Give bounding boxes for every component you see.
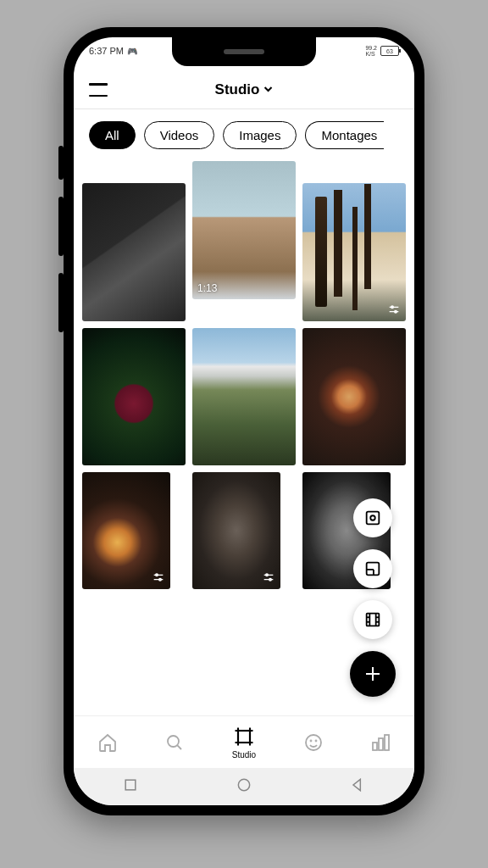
- fab-film[interactable]: [353, 600, 392, 639]
- filter-montages[interactable]: Montages: [305, 121, 384, 149]
- net-speed: 99.2: [365, 45, 377, 51]
- filter-images[interactable]: Images: [223, 121, 297, 149]
- system-nav: [74, 768, 414, 805]
- svg-rect-41: [379, 738, 383, 750]
- chevron-down-icon: [263, 84, 273, 97]
- svg-rect-21: [367, 614, 380, 626]
- edit-icon: [262, 570, 275, 584]
- video-duration: 1:13: [197, 282, 217, 294]
- controller-icon: 🎮: [127, 47, 137, 56]
- sys-back[interactable]: [349, 776, 366, 797]
- media-item[interactable]: [192, 472, 280, 589]
- svg-point-13: [265, 574, 268, 576]
- menu-icon[interactable]: [89, 83, 108, 97]
- svg-point-37: [306, 735, 321, 750]
- nav-studio-label: Studio: [232, 750, 256, 760]
- edit-icon: [387, 303, 401, 316]
- app-content: Studio All Videos Images Montages 1:13: [74, 71, 414, 805]
- fab-add[interactable]: [350, 651, 396, 697]
- svg-rect-40: [373, 743, 377, 750]
- sys-home[interactable]: [236, 776, 252, 797]
- nav-home[interactable]: [97, 732, 118, 753]
- svg-rect-32: [238, 731, 250, 743]
- net-unit: K/S: [365, 51, 377, 57]
- filter-all[interactable]: All: [89, 121, 136, 149]
- media-item[interactable]: [82, 183, 186, 321]
- sys-recent[interactable]: [122, 776, 139, 797]
- nav-search[interactable]: [164, 732, 185, 753]
- volume-button: [58, 273, 64, 332]
- svg-point-15: [269, 579, 271, 581]
- svg-rect-43: [125, 780, 136, 790]
- header-title-dropdown[interactable]: Studio: [215, 81, 274, 98]
- volume-button: [58, 197, 64, 256]
- svg-point-38: [310, 740, 311, 741]
- media-item[interactable]: [82, 472, 170, 589]
- svg-point-7: [395, 310, 397, 313]
- media-item[interactable]: [82, 328, 186, 466]
- nav-stats[interactable]: [370, 732, 391, 753]
- fab-stack: [350, 498, 396, 697]
- svg-line-31: [177, 745, 181, 749]
- fab-capture[interactable]: [353, 498, 392, 537]
- media-item[interactable]: [302, 328, 406, 466]
- svg-point-39: [315, 740, 316, 741]
- svg-point-9: [155, 574, 158, 576]
- screen: 6:37 PM 🎮 99.2 K/S 63: [74, 37, 414, 805]
- media-item[interactable]: [302, 183, 406, 321]
- media-item[interactable]: 1:13: [192, 161, 296, 299]
- status-time: 6:37 PM: [89, 46, 124, 56]
- battery-icon: 63: [380, 46, 399, 56]
- svg-point-11: [158, 579, 161, 581]
- edit-icon: [152, 570, 165, 584]
- svg-point-44: [238, 779, 249, 790]
- app-header: Studio: [74, 71, 414, 108]
- filter-row: All Videos Images Montages: [74, 109, 414, 161]
- speaker: [224, 49, 264, 54]
- svg-point-30: [168, 736, 179, 747]
- svg-point-17: [370, 515, 375, 520]
- svg-rect-42: [385, 735, 389, 750]
- svg-rect-16: [367, 512, 380, 525]
- fab-collage[interactable]: [353, 549, 392, 588]
- volume-button: [58, 146, 64, 180]
- nav-studio[interactable]: Studio: [232, 725, 256, 760]
- media-item[interactable]: [192, 328, 296, 466]
- svg-point-5: [391, 306, 394, 309]
- phone-frame: 6:37 PM 🎮 99.2 K/S 63: [64, 27, 424, 815]
- bottom-nav: Studio: [74, 715, 414, 768]
- filter-videos[interactable]: Videos: [144, 121, 215, 149]
- nav-profile[interactable]: [303, 732, 324, 753]
- notch: [172, 37, 316, 66]
